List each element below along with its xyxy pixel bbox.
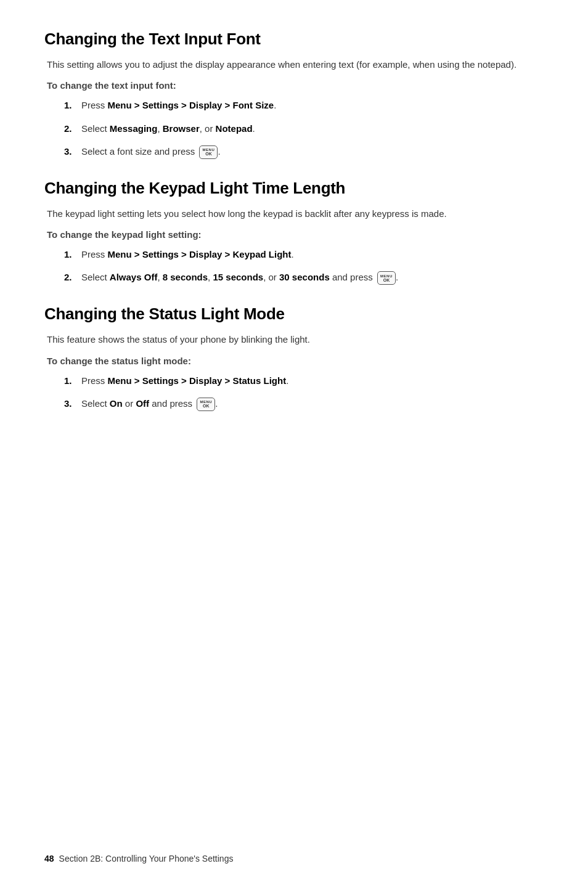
step-number: 1. [64,98,81,112]
menu-ok-bottom-label: OK [205,152,212,156]
section-text-input-font: Changing the Text Input Font This settin… [44,30,544,159]
step-item: 2. Select Messaging, Browser, or Notepad… [64,121,544,136]
page-footer: 48 Section 2B: Controlling Your Phone's … [0,854,588,864]
footer-page-number: 48 [44,854,54,864]
instruction-label-keypad-light: To change the keypad light setting: [44,229,544,240]
menu-ok-icon: MENU OK [377,271,396,285]
section-description-text-input-font: This setting allows you to adjust the di… [44,57,544,71]
step-number: 2. [64,270,81,284]
step-item: 1. Press Menu > Settings > Display > Sta… [64,374,544,388]
step-item: 1. Press Menu > Settings > Display > Fon… [64,98,544,112]
step-text: Select a font size and press MENU OK . [81,144,544,159]
step-text: Press Menu > Settings > Display > Keypad… [81,247,544,261]
instruction-label-text-input-font: To change the text input font: [44,80,544,91]
section-title-text-input-font: Changing the Text Input Font [44,30,544,49]
step-text: Select Messaging, Browser, or Notepad. [81,121,544,136]
step-number: 3. [64,144,81,158]
step-number: 1. [64,247,81,261]
section-status-light: Changing the Status Light Mode This feat… [44,304,544,411]
section-title-keypad-light: Changing the Keypad Light Time Length [44,179,544,198]
steps-list-status-light: 1. Press Menu > Settings > Display > Sta… [64,374,544,411]
step-item: 2. Select Always Off, 8 seconds, 15 seco… [64,270,544,285]
menu-ok-icon: MENU OK [197,398,215,411]
step-item: 3. Select On or Off and press MENU OK . [64,396,544,411]
menu-ok-bottom-label: OK [383,278,390,282]
section-title-status-light: Changing the Status Light Mode [44,304,544,324]
step-number: 3. [64,396,81,410]
section-keypad-light: Changing the Keypad Light Time Length Th… [44,179,544,285]
section-description-keypad-light: The keypad light setting lets you select… [44,206,544,221]
step-text: Press Menu > Settings > Display > Font S… [81,98,544,112]
page-content: Changing the Text Input Font This settin… [0,0,588,480]
step-text: Select On or Off and press MENU OK . [81,396,544,411]
step-item: 3. Select a font size and press MENU OK … [64,144,544,159]
steps-list-text-input-font: 1. Press Menu > Settings > Display > Fon… [64,98,544,159]
step-number: 1. [64,374,81,388]
step-number: 2. [64,121,81,136]
step-item: 1. Press Menu > Settings > Display > Key… [64,247,544,261]
step-text: Select Always Off, 8 seconds, 15 seconds… [81,270,544,285]
steps-list-keypad-light: 1. Press Menu > Settings > Display > Key… [64,247,544,285]
instruction-label-status-light: To change the status light mode: [44,356,544,366]
step-text: Press Menu > Settings > Display > Status… [81,374,544,388]
menu-ok-icon: MENU OK [199,145,218,159]
section-description-status-light: This feature shows the status of your ph… [44,332,544,346]
footer-section-label: Section 2B: Controlling Your Phone's Set… [59,854,234,864]
menu-ok-bottom-label: OK [203,404,210,408]
